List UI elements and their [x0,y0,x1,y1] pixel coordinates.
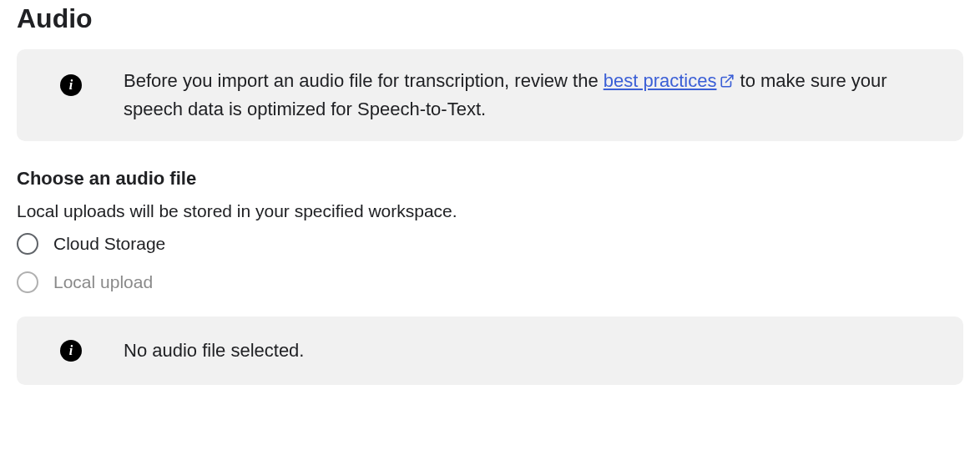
notice-text: Before you import an audio file for tran… [124,68,940,123]
info-icon-wrapper: i [60,340,82,362]
audio-source-radio-group: Cloud Storage Local upload [17,233,963,293]
radio-local-upload-label: Local upload [53,272,153,292]
radio-cloud-storage-label: Cloud Storage [53,234,165,254]
radio-icon [17,271,38,293]
info-icon: i [60,340,82,362]
svg-line-0 [726,75,733,82]
external-link-icon [720,69,735,96]
no-file-selected-text: No audio file selected. [124,340,304,362]
local-upload-hint: Local uploads will be stored in your spe… [17,201,963,221]
choose-audio-heading: Choose an audio file [17,168,963,190]
best-practices-link[interactable]: best practices [604,70,735,91]
no-file-selected-banner: i No audio file selected. [17,316,963,385]
best-practices-notice: i Before you import an audio file for tr… [17,49,963,141]
notice-text-before: Before you import an audio file for tran… [124,70,604,91]
best-practices-link-label: best practices [604,70,717,91]
radio-cloud-storage[interactable]: Cloud Storage [17,233,963,255]
radio-local-upload[interactable]: Local upload [17,271,963,293]
info-icon-wrapper: i [60,74,82,96]
radio-icon [17,233,38,255]
page-title: Audio [17,3,963,34]
info-icon: i [60,74,82,96]
